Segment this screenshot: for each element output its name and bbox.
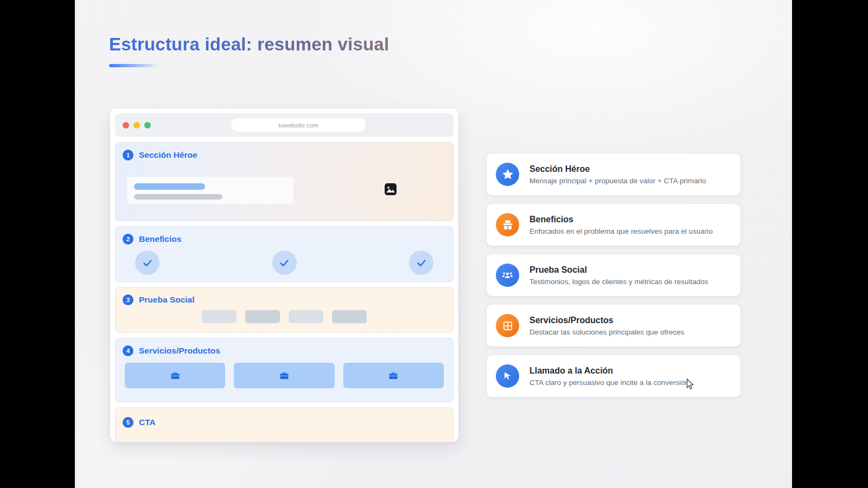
legend-card-beneficios: Beneficios Enfocados en el problema que … <box>487 204 741 246</box>
logo-placeholder <box>202 310 237 323</box>
section-head: 1 Sección Héroe <box>116 143 453 160</box>
legend-card-desc: Destacar las soluciones principales que … <box>529 328 684 336</box>
gift-icon <box>496 213 519 236</box>
slide: Estructura ideal: resumen visual tuwebsi… <box>75 0 792 488</box>
section-label: CTA <box>139 418 156 427</box>
legend-card-text: Servicios/Productos Destacar las solucio… <box>529 316 684 336</box>
legend-card-text: Beneficios Enfocados en el problema que … <box>529 215 713 235</box>
mouse-cursor-icon <box>686 378 696 391</box>
legend-card-title: Llamado a la Acción <box>529 366 689 376</box>
legend-card-title: Sección Héroe <box>529 164 706 174</box>
check-icon <box>272 251 297 275</box>
image-icon <box>384 183 397 196</box>
legend-card-text: Prueba Social Testimonios, logos de clie… <box>529 265 708 286</box>
legend-card-desc: Mensaje principal + propuesta de valor +… <box>529 177 706 185</box>
section-head: 3 Prueba Social <box>116 287 453 305</box>
legend-card-prueba-social: Prueba Social Testimonios, logos de clie… <box>487 254 741 296</box>
traffic-lights <box>123 122 151 129</box>
mockup-section-prueba-social: 3 Prueba Social <box>115 287 454 333</box>
services-row <box>116 363 453 388</box>
service-card <box>125 363 225 388</box>
legend-card-desc: Testimonios, logos de clientes y métrica… <box>529 278 708 286</box>
client-logos-row <box>116 310 453 323</box>
close-window-icon <box>123 122 129 129</box>
legend-card-desc: CTA claro y persuasivo que incite a la c… <box>529 378 689 387</box>
mockup-section-cta: 5 CTA <box>115 407 454 442</box>
benefits-checks-row <box>116 251 453 275</box>
legend-card-title: Prueba Social <box>529 265 708 275</box>
legend-card-seccion-heroe: Sección Héroe Mensaje principal + propue… <box>487 153 741 195</box>
service-card <box>343 363 444 388</box>
browser-toolbar: tuwebsite.com <box>115 113 454 137</box>
minimize-window-icon <box>133 122 140 129</box>
legend-card-title: Beneficios <box>529 215 713 224</box>
legend-card-text: Sección Héroe Mensaje principal + propue… <box>529 164 706 185</box>
legend-card-title: Servicios/Productos <box>529 316 684 325</box>
users-icon <box>496 264 519 287</box>
legend-card-llamado-accion: Llamado a la Acción CTA claro y persuasi… <box>487 355 741 397</box>
legend-card-text: Llamado a la Acción CTA claro y persuasi… <box>529 366 689 387</box>
maximize-window-icon <box>144 122 151 129</box>
section-label: Beneficios <box>139 234 181 244</box>
number-badge: 3 <box>123 294 133 305</box>
mockup-sections: 1 Sección Héroe 2 <box>115 142 454 442</box>
number-badge: 1 <box>123 150 133 160</box>
logo-placeholder <box>245 310 280 323</box>
mockup-section-servicios: 4 Servicios/Productos <box>115 338 454 402</box>
skeleton-headline-bar <box>134 183 205 190</box>
section-head: 4 Servicios/Productos <box>116 338 453 356</box>
skeleton-text-bar <box>134 194 222 200</box>
legend-card-desc: Enfocados en el problema que resuelves p… <box>529 227 713 235</box>
mockup-section-hero: 1 Sección Héroe <box>115 142 454 221</box>
hero-skeleton-card <box>127 177 293 204</box>
mockup-section-beneficios: 2 Beneficios <box>115 226 454 282</box>
number-badge: 5 <box>123 417 133 428</box>
check-icon <box>409 251 433 275</box>
grid-icon <box>496 314 519 337</box>
browser-mockup: tuwebsite.com 1 Sección Héroe <box>110 108 458 442</box>
url-bar: tuwebsite.com <box>231 118 366 132</box>
section-label: Servicios/Productos <box>139 346 220 356</box>
service-card <box>234 363 334 388</box>
section-head: 2 Beneficios <box>116 227 453 245</box>
star-icon <box>496 163 519 186</box>
check-icon <box>135 251 159 275</box>
logo-placeholder <box>289 310 323 323</box>
title-accent-line <box>109 64 159 67</box>
url-bar-wrap: tuwebsite.com <box>151 118 446 132</box>
cursor-icon <box>496 364 519 388</box>
section-label: Sección Héroe <box>139 150 197 160</box>
section-label: Prueba Social <box>139 295 195 305</box>
number-badge: 2 <box>123 234 133 245</box>
legend-card-servicios-productos: Servicios/Productos Destacar las solucio… <box>487 305 741 346</box>
number-badge: 4 <box>123 345 133 356</box>
page-title: Estructura ideal: resumen visual <box>109 34 389 55</box>
logo-placeholder <box>332 310 367 323</box>
section-head: 5 CTA <box>116 408 453 428</box>
legend-list: Sección Héroe Mensaje principal + propue… <box>487 153 741 397</box>
